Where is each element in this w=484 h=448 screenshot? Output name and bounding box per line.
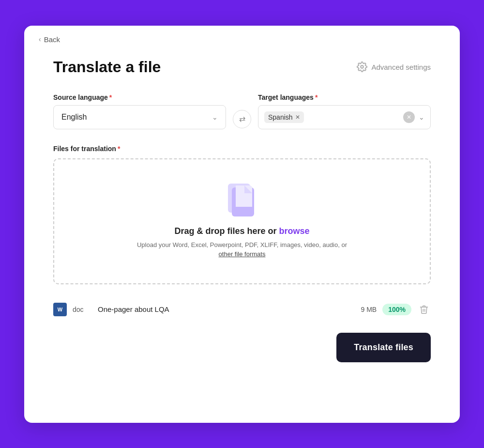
source-language-value: English <box>61 113 87 122</box>
spanish-tag-label: Spanish <box>268 113 293 121</box>
target-required-star: * <box>315 93 318 101</box>
target-language-group: Target languages * Spanish ✕ ✕ ⌄ <box>258 93 431 129</box>
page-title: Translate a file <box>53 58 161 76</box>
trash-icon <box>419 305 429 314</box>
file-extension: doc <box>73 306 92 313</box>
browse-link[interactable]: browse <box>279 226 310 236</box>
translate-files-button[interactable]: Translate files <box>336 333 431 362</box>
page-header: Translate a file Advanced settings <box>53 58 431 76</box>
delete-file-button[interactable] <box>417 303 431 316</box>
back-chevron-icon: ‹ <box>39 35 41 43</box>
file-icon-wrapper <box>228 184 256 218</box>
language-row: Source language * English ⌄ ⇄ Target lan… <box>53 93 431 129</box>
gear-icon <box>357 62 367 72</box>
target-chevron-icon: ⌄ <box>419 113 424 121</box>
main-card: ‹ Back Translate a file Advanced setting… <box>24 26 460 423</box>
word-badge-icon: W <box>53 303 67 316</box>
target-right-controls: ✕ ⌄ <box>403 111 424 123</box>
translate-btn-row: Translate files <box>53 333 431 362</box>
swap-icon: ⇄ <box>239 114 245 124</box>
source-language-group: Source language * English ⌄ <box>53 93 226 129</box>
source-required-star: * <box>109 93 112 101</box>
advanced-settings-label: Advanced settings <box>371 63 431 71</box>
svg-point-0 <box>361 65 364 68</box>
file-progress-badge: 100% <box>382 304 411 315</box>
dropzone-subtext: Upload your Word, Excel, Powerpoint, PDF… <box>137 240 347 259</box>
file-size: 9 MB <box>352 306 377 313</box>
back-bar: ‹ Back <box>24 26 460 48</box>
back-button[interactable]: Back <box>44 35 60 44</box>
target-tags-container: Spanish ✕ <box>264 111 399 123</box>
files-required-star: * <box>118 145 120 153</box>
clear-all-icon: ✕ <box>407 114 411 121</box>
source-language-label: Source language * <box>53 93 226 101</box>
file-upload-icon <box>228 184 256 216</box>
target-language-select[interactable]: Spanish ✕ ✕ ⌄ <box>258 105 431 129</box>
files-section-label: Files for translation * <box>53 145 431 153</box>
other-formats-link[interactable]: other file formats <box>219 250 266 258</box>
advanced-settings-button[interactable]: Advanced settings <box>357 62 431 72</box>
remove-spanish-button[interactable]: ✕ <box>295 114 300 121</box>
spanish-tag: Spanish ✕ <box>264 111 304 123</box>
file-dropzone[interactable]: Drag & drop files here or browse Upload … <box>53 158 431 284</box>
source-chevron-icon: ⌄ <box>212 113 218 121</box>
page-content: Translate a file Advanced settings Sourc… <box>24 48 460 386</box>
file-row: W doc One-pager about LQA 9 MB 100% <box>53 298 431 321</box>
clear-all-targets-button[interactable]: ✕ <box>403 111 415 123</box>
source-language-select[interactable]: English ⌄ <box>53 105 226 129</box>
target-language-label: Target languages * <box>258 93 431 101</box>
dropzone-main-text: Drag & drop files here or browse <box>174 226 309 236</box>
file-name: One-pager about LQA <box>98 305 347 313</box>
swap-languages-button[interactable]: ⇄ <box>233 110 251 128</box>
